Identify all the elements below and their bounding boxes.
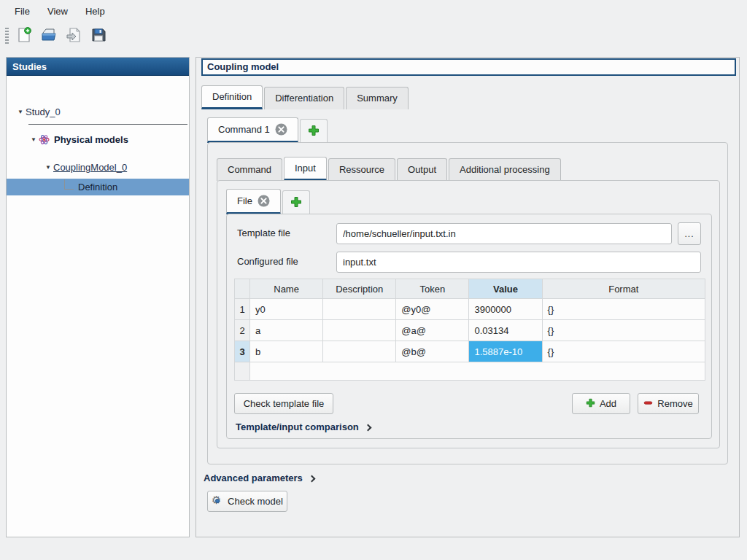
tree-branch-line [64, 179, 74, 190]
cell-format[interactable]: {} [542, 341, 705, 362]
tab-definition[interactable]: Definition [201, 85, 263, 109]
menu-bar: File View Help [0, 0, 747, 22]
main-panel: Coupling model Definition Differentiatio… [196, 57, 740, 537]
template-file-input[interactable] [336, 223, 672, 244]
study-tree: ▼ Study_0 ▼ Physical models ▼ C [7, 76, 189, 536]
close-tab-icon[interactable] [275, 123, 287, 136]
check-template-file-button[interactable]: Check template file [234, 393, 333, 414]
col-header-format[interactable]: Format [542, 279, 705, 299]
tab-command-1-label: Command 1 [218, 124, 270, 135]
advanced-parameters-label: Advanced parameters [204, 472, 303, 483]
model-tab-bar: Definition Differentiation Summary [201, 85, 410, 109]
tree-item-label: Definition [78, 182, 117, 192]
menu-file[interactable]: File [6, 2, 39, 20]
col-header-value[interactable]: Value [469, 279, 542, 299]
empty-cell[interactable] [250, 362, 705, 381]
template-input-comparison-expander[interactable]: Template/input comparison [236, 421, 371, 432]
tab-additional-processing[interactable]: Additional processing [449, 158, 561, 181]
new-study-button[interactable] [13, 25, 35, 47]
cell-token[interactable]: @a@ [396, 320, 469, 341]
tab-file[interactable]: File [226, 189, 281, 214]
configured-file-label: Configured file [237, 256, 298, 267]
cell-name[interactable]: b [250, 341, 323, 362]
remove-row-button[interactable]: Remove [638, 393, 699, 414]
expand-arrow-icon[interactable]: ▼ [28, 136, 39, 143]
tab-summary[interactable]: Summary [346, 87, 409, 109]
row-number[interactable]: 2 [235, 320, 250, 341]
table-header-row: Name Description Token Value Format [235, 279, 705, 299]
command-section-tab-bar: Command Input Ressource Output Additiona… [217, 155, 562, 181]
file-tab-bar: File [226, 188, 310, 214]
tree-item-coupling-model[interactable]: ▼ CouplingModel_0 [7, 159, 189, 176]
tab-command-1[interactable]: Command 1 [207, 117, 298, 143]
cell-token[interactable]: @y0@ [396, 299, 469, 320]
tree-item-physical-models[interactable]: ▼ Physical models [7, 131, 189, 148]
row-number[interactable]: 1 [235, 299, 250, 320]
table-empty-row [235, 362, 705, 381]
menu-help[interactable]: Help [77, 2, 114, 20]
cell-format[interactable]: {} [542, 320, 705, 341]
cell-value[interactable]: 3900000 [469, 299, 542, 320]
save-button[interactable] [88, 25, 109, 47]
import-icon [66, 27, 82, 45]
tab-differentiation[interactable]: Differentiation [264, 87, 344, 109]
tab-ressource[interactable]: Ressource [328, 158, 395, 181]
add-row-button[interactable]: Add [572, 393, 630, 414]
cell-token[interactable]: @b@ [396, 341, 469, 362]
cell-value-selected[interactable]: 1.5887e-10 [469, 341, 542, 362]
save-icon [90, 27, 107, 45]
row-number[interactable]: 3 [235, 341, 250, 362]
menu-view[interactable]: View [39, 2, 77, 20]
open-button[interactable] [38, 25, 60, 47]
chevron-right-icon [308, 475, 315, 482]
tab-input[interactable]: Input [284, 157, 327, 181]
table-row: 3 b @b@ 1.5887e-10 {} [235, 341, 705, 362]
cell-name[interactable]: y0 [250, 299, 323, 320]
tree-item-label: Physical models [54, 134, 128, 145]
col-header-name[interactable]: Name [250, 279, 323, 299]
col-header-description[interactable]: Description [323, 279, 396, 299]
col-header-token[interactable]: Token [396, 279, 469, 299]
application-window: File View Help [0, 0, 747, 560]
plus-icon [308, 125, 320, 139]
template-file-label: Template file [237, 228, 290, 238]
toolbar-grip[interactable] [5, 28, 9, 44]
tree-item-label: CouplingModel_0 [53, 162, 127, 173]
configured-file-input[interactable] [336, 252, 701, 273]
check-model-button[interactable]: ⚙ Check model [207, 491, 287, 512]
cell-value[interactable]: 0.03134 [469, 320, 542, 341]
row-number[interactable] [235, 362, 250, 381]
check-model-label: Check model [228, 496, 283, 507]
expand-arrow-icon[interactable]: ▼ [15, 109, 26, 115]
browse-template-file-button[interactable]: ... [678, 222, 701, 245]
tree-separator [28, 124, 187, 125]
cell-name[interactable]: a [250, 320, 323, 341]
add-command-tab-button[interactable] [300, 119, 328, 143]
expand-arrow-icon[interactable]: ▼ [43, 164, 53, 171]
tab-command[interactable]: Command [217, 158, 282, 181]
cell-format[interactable]: {} [542, 299, 705, 320]
check-template-file-label: Check template file [244, 398, 325, 409]
tree-item-definition-selected[interactable]: Definition [7, 179, 189, 195]
corner-header [235, 279, 250, 299]
advanced-parameters-expander[interactable]: Advanced parameters [204, 472, 314, 483]
table-row: 2 a @a@ 0.03134 {} [235, 320, 705, 341]
template-input-comparison-label: Template/input comparison [236, 421, 359, 432]
new-study-icon [16, 27, 32, 45]
studies-panel: Studies ▼ Study_0 ▼ Physical models [6, 57, 190, 537]
tab-file-label: File [237, 195, 252, 206]
tab-output[interactable]: Output [397, 158, 447, 181]
cell-description[interactable] [323, 320, 396, 341]
tree-item-study[interactable]: ▼ Study_0 [7, 104, 189, 120]
toolbar [0, 22, 747, 50]
minus-icon [643, 398, 653, 410]
cell-description[interactable] [323, 341, 396, 362]
add-file-tab-button[interactable] [282, 190, 310, 214]
chevron-right-icon [364, 424, 371, 431]
import-button[interactable] [63, 25, 85, 47]
file-frame: Template file ... Configured file [226, 214, 712, 439]
cell-description[interactable] [323, 299, 396, 320]
page-title: Coupling model [201, 58, 736, 76]
close-tab-icon[interactable] [258, 195, 270, 207]
command-group-frame: Command Input Ressource Output Additiona… [207, 142, 728, 464]
